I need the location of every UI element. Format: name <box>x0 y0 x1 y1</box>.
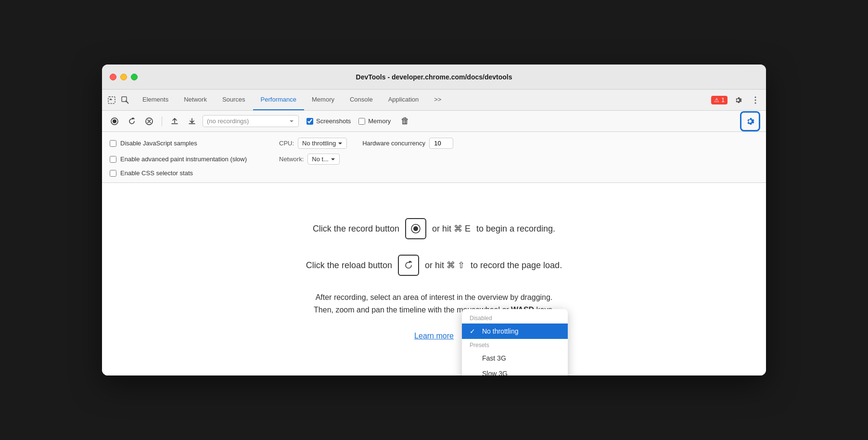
capture-settings-button[interactable] <box>740 111 760 131</box>
no-throttling-checkmark: ✓ <box>470 327 477 335</box>
minimize-button[interactable] <box>120 74 127 80</box>
close-button[interactable] <box>110 74 116 80</box>
screenshots-checkbox[interactable] <box>306 118 313 125</box>
network-field: Network: No t... <box>279 154 340 165</box>
memory-label: Memory <box>368 117 391 125</box>
tabbar-left-icons <box>106 90 131 110</box>
no-throttling-label: No throttling <box>482 327 518 335</box>
svg-point-6 <box>113 119 116 123</box>
slow3g-option[interactable]: ✓ Slow 3G <box>462 366 568 375</box>
hardware-label: Hardware concurrency <box>362 140 425 147</box>
performance-toolbar: (no recordings) Screenshots Memory 🗑 <box>102 111 766 132</box>
network-throttle-dropdown: Disabled ✓ No throttling Presets ✓ Fast … <box>462 309 568 375</box>
inspect-icon[interactable] <box>119 94 131 106</box>
record-key-text: or hit ⌘ E <box>432 223 471 234</box>
traffic-lights <box>110 74 138 80</box>
tab-sources[interactable]: Sources <box>215 90 253 110</box>
warning-count: 1 <box>721 97 725 104</box>
tabbar-right: ⚠ 1 <box>711 90 762 110</box>
maximize-button[interactable] <box>131 74 138 80</box>
warning-badge[interactable]: ⚠ 1 <box>711 96 728 104</box>
cpu-throttle-value: No throttling <box>302 140 336 147</box>
enable-paint-label: Enable advanced paint instrumentation (s… <box>120 155 247 163</box>
tab-console[interactable]: Console <box>342 90 381 110</box>
memory-checkbox[interactable] <box>358 118 365 125</box>
tabs: Elements Network Sources Performance Mem… <box>135 90 711 110</box>
network-label: Network: <box>279 155 304 163</box>
settings-panel: Disable JavaScript samples CPU: No throt… <box>102 132 766 183</box>
tab-more[interactable]: >> <box>426 90 449 110</box>
cpu-throttle-select[interactable]: No throttling <box>298 138 347 149</box>
slow3g-label: Slow 3G <box>482 370 508 375</box>
record-instruction-row: Click the record button or hit ⌘ E to be… <box>313 218 555 239</box>
reload-button[interactable] <box>125 115 139 128</box>
devtools-window: DevTools - developer.chrome.com/docs/dev… <box>102 65 766 375</box>
tabbar: Elements Network Sources Performance Mem… <box>102 90 766 111</box>
reload-instruction-text: Click the reload button <box>306 260 392 271</box>
svg-point-9 <box>413 226 418 231</box>
enable-css-check[interactable]: Enable CSS selector stats <box>110 169 264 177</box>
recordings-placeholder: (no recordings) <box>207 117 285 125</box>
upload-button[interactable] <box>168 115 181 128</box>
screenshots-check-label[interactable]: Screenshots <box>306 117 351 125</box>
settings-row-3: Enable CSS selector stats <box>110 169 758 177</box>
memory-check-label[interactable]: Memory <box>358 117 391 125</box>
tab-application[interactable]: Application <box>381 90 427 110</box>
enable-paint-check[interactable]: Enable advanced paint instrumentation (s… <box>110 155 264 163</box>
toolbar-checkboxes: Screenshots Memory 🗑 <box>306 115 412 128</box>
reload-suffix-inline: to record the page load. <box>471 260 562 271</box>
disabled-group-label: Disabled <box>462 312 568 324</box>
toolbar-separator-1 <box>162 116 162 126</box>
cpu-field: CPU: No throttling <box>279 138 347 149</box>
hardware-concurrency-field: Hardware concurrency 10 <box>362 138 453 149</box>
settings-gear-icon[interactable] <box>731 93 745 107</box>
description-line1: After recording, select an area of inter… <box>316 293 553 301</box>
main-content: Click the record button or hit ⌘ E to be… <box>102 183 766 375</box>
enable-css-checkbox[interactable] <box>110 170 116 177</box>
settings-row-2: Enable advanced paint instrumentation (s… <box>110 154 758 165</box>
record-instruction-text: Click the record button <box>313 224 399 234</box>
fast3g-option[interactable]: ✓ Fast 3G <box>462 350 568 366</box>
tab-elements[interactable]: Elements <box>135 90 176 110</box>
titlebar: DevTools - developer.chrome.com/docs/dev… <box>102 65 766 90</box>
reload-icon-circle <box>398 255 419 276</box>
settings-row-1: Disable JavaScript samples CPU: No throt… <box>110 138 758 149</box>
no-throttling-option[interactable]: ✓ No throttling <box>462 324 568 339</box>
enable-paint-checkbox[interactable] <box>110 156 116 163</box>
network-throttle-value: No t... <box>312 155 329 163</box>
hardware-concurrency-input[interactable]: 10 <box>429 138 453 149</box>
presets-group-label: Presets <box>462 339 568 350</box>
network-throttle-select[interactable]: No t... <box>307 154 340 165</box>
window-title: DevTools - developer.chrome.com/docs/dev… <box>356 73 512 81</box>
screenshots-label: Screenshots <box>316 117 351 125</box>
svg-point-3 <box>755 99 756 101</box>
enable-css-label: Enable CSS selector stats <box>120 169 193 177</box>
disable-js-samples-label: Disable JavaScript samples <box>120 140 197 147</box>
svg-point-2 <box>755 96 756 98</box>
tab-network[interactable]: Network <box>176 90 215 110</box>
tab-performance[interactable]: Performance <box>253 90 304 110</box>
clear-button[interactable] <box>142 115 156 128</box>
learn-more-link[interactable]: Learn more <box>414 332 454 340</box>
reload-instruction-row: Click the reload button or hit ⌘ ⇧ to re… <box>306 255 562 276</box>
record-icon-circle <box>405 218 426 239</box>
disable-js-samples-checkbox[interactable] <box>110 140 116 147</box>
garbage-collect-button[interactable]: 🗑 <box>398 115 412 128</box>
cpu-label: CPU: <box>279 140 294 147</box>
svg-point-4 <box>755 102 756 104</box>
record-suffix-inline: to begin a recording. <box>476 224 555 234</box>
download-button[interactable] <box>185 115 199 128</box>
warning-icon: ⚠ <box>714 97 719 104</box>
disable-js-samples-check[interactable]: Disable JavaScript samples <box>110 140 264 147</box>
cursor-icon[interactable] <box>106 94 117 106</box>
svg-rect-0 <box>108 97 115 104</box>
reload-key-text: or hit ⌘ ⇧ <box>425 260 465 271</box>
more-menu-icon[interactable] <box>749 93 762 107</box>
toolbar-right <box>740 111 760 131</box>
record-button[interactable] <box>108 115 121 128</box>
fast3g-label: Fast 3G <box>482 354 506 362</box>
recordings-dropdown[interactable]: (no recordings) <box>203 115 299 127</box>
tab-memory[interactable]: Memory <box>304 90 342 110</box>
